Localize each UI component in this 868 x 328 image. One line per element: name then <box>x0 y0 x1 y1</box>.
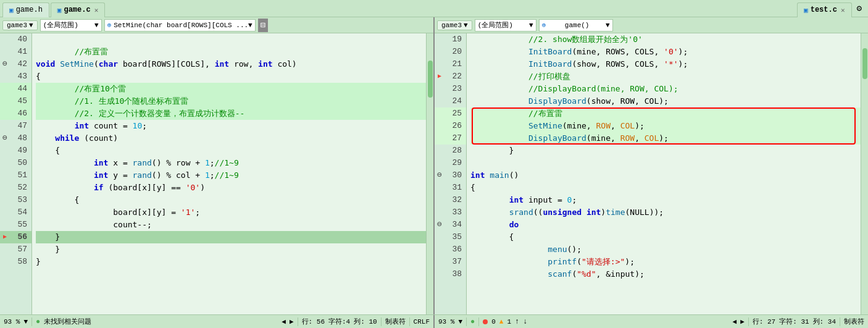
right-status-bar: 93 % ▼ ● 0 ▲ 1 ↑ ↓ ◀ ▶ 行: 27 字符: 31 列: 3… <box>435 315 868 328</box>
code-line-48: while (count) <box>36 132 426 145</box>
right-func-icon: ⊕ <box>542 21 546 29</box>
tab-test-c-close[interactable]: ✕ <box>841 6 845 14</box>
line-num-45: 45 <box>0 95 31 107</box>
right-line-numbers: 19 20 21 ▶ 22 <box>435 33 467 314</box>
right-scope-chevron: ▼ <box>464 22 468 29</box>
right-global-dropdown[interactable]: (全局范围) ▼ <box>475 19 536 32</box>
code-line-43: { <box>36 70 426 83</box>
tab-test-c-label: test.c <box>811 6 837 14</box>
right-func-label: game() <box>565 22 590 29</box>
line-num-58: 58 <box>0 256 31 268</box>
right-scrollbar[interactable] <box>861 33 868 314</box>
r-code-line-24: DisplayBoard(show, ROW, COL); <box>470 95 861 107</box>
right-global-label: (全局范围) <box>478 20 513 30</box>
left-scope-btn[interactable]: game3 ▼ <box>2 20 38 30</box>
left-global-dropdown[interactable]: (全局范围) ▼ <box>40 19 102 32</box>
code-line-49: { <box>36 145 426 157</box>
left-nav-right[interactable]: ▶ <box>290 317 294 326</box>
r-code-line-21: InitBoard(show, ROWS, COLS, '*'); <box>470 58 861 70</box>
line-num-47: 47 <box>0 120 31 132</box>
line-num-40: 40 <box>0 33 31 46</box>
right-line-ending: 制表符 <box>844 317 864 326</box>
error-dot <box>483 319 488 324</box>
left-zoom[interactable]: 93 % <box>4 318 20 326</box>
warning-count: 1 <box>507 318 511 326</box>
left-col-label: 字符:4 <box>328 317 350 326</box>
line-num-51: 51 <box>0 169 31 182</box>
r-code-line-32: int input = 0; <box>470 194 861 206</box>
r-code-line-19: //2. show数组最开始全为'0' <box>470 33 861 46</box>
r-code-line-20: InitBoard(mine, ROWS, COLS, '0'); <box>470 46 861 58</box>
code-line-51: int y = rand() % col + 1;//1~9 <box>36 169 426 182</box>
right-row: 行: 27 <box>753 317 775 326</box>
tab-game-c-icon: ▣ <box>57 6 62 14</box>
tab-game-h-icon: ▣ <box>9 6 14 14</box>
right-code-area: 19 20 21 ▶ 22 <box>435 33 868 314</box>
right-zoom-chevron[interactable]: ▼ <box>458 318 462 326</box>
tab-game-c[interactable]: ▣ game.c ✕ <box>51 2 105 17</box>
tab-game-h-label: game.h <box>16 6 43 14</box>
up-arrow-btn[interactable]: ↑ <box>515 317 519 326</box>
code-line-53: { <box>36 194 426 206</box>
code-line-46: //2. 定义一个计数器变量，布置成功计数器-- <box>36 107 426 120</box>
right-code-lines[interactable]: //2. show数组最开始全为'0' InitBoard(mine, ROWS… <box>467 33 861 314</box>
left-toolbar: game3 ▼ (全局范围) ▼ ⊕ SetMine(char board[RO… <box>0 17 433 33</box>
code-line-56: } <box>36 231 426 243</box>
line-num-55: 55 <box>0 219 31 231</box>
r-code-line-28: } <box>470 145 861 157</box>
code-line-50: int x = rand() % row + 1;//1~9 <box>36 157 426 169</box>
tab-test-c[interactable]: ▣ test.c ✕ <box>797 2 851 17</box>
warning-icon: ▲ <box>499 318 504 326</box>
tab-test-c-icon: ▣ <box>804 6 808 14</box>
code-line-41: //布置雷 <box>36 46 426 58</box>
r-code-line-34: do <box>470 219 861 231</box>
line-num-54: 54 <box>0 206 31 219</box>
r-code-line-36: menu(); <box>470 243 861 256</box>
left-col-num: 列: 10 <box>354 317 377 326</box>
right-func-dropdown[interactable]: ⊕ game() ▼ <box>539 19 613 32</box>
right-zoom[interactable]: 93 % <box>438 318 454 326</box>
right-scope-btn-label: game3 <box>441 22 462 29</box>
left-code-lines[interactable]: //布置雷 void SetMine(char board[ROWS][COLS… <box>32 33 426 314</box>
left-nav-left[interactable]: ◀ <box>282 317 286 326</box>
left-scrollbar[interactable] <box>426 33 433 314</box>
code-line-57: } <box>36 243 426 256</box>
left-zoom-chevron[interactable]: ▼ <box>23 318 28 326</box>
tab-bar: ▣ game.h ▣ game.c ✕ ▣ test.c ✕ ⚙ <box>0 0 868 17</box>
right-toolbar: game3 ▼ (全局范围) ▼ ⊕ game() ▼ <box>435 17 868 33</box>
left-tabs: ▣ game.h ▣ game.c ✕ <box>2 0 106 17</box>
right-scope-btn[interactable]: game3 ▼ <box>437 20 472 30</box>
right-status-dot: ● <box>470 317 475 326</box>
settings-icon[interactable]: ⚙ <box>853 3 866 14</box>
left-line-ending: 制表符 <box>385 317 406 326</box>
line-num-46: 46 <box>0 107 31 120</box>
right-col-label: 字符: 31 <box>779 317 809 326</box>
left-status-dot: ● <box>36 317 40 326</box>
line-num-52: 52 <box>0 182 31 194</box>
code-line-58: } <box>36 256 426 268</box>
down-arrow-btn[interactable]: ↓ <box>523 317 527 326</box>
tab-game-c-close[interactable]: ✕ <box>94 6 99 14</box>
right-editor-pane: game3 ▼ (全局范围) ▼ ⊕ game() ▼ <box>435 17 868 314</box>
tab-game-h[interactable]: ▣ game.h <box>2 2 49 17</box>
left-global-chevron: ▼ <box>94 22 99 29</box>
r-code-lines-25-27-wrapper: //布置雷 SetMine(mine, ROW, COL); DisplayBo… <box>470 107 861 145</box>
split-button[interactable]: ⊟ <box>258 19 268 32</box>
tab-game-c-label: game.c <box>64 6 90 14</box>
code-line-42: void SetMine(char board[ROWS][COLS], int… <box>36 58 426 70</box>
editors-row: game3 ▼ (全局范围) ▼ ⊕ SetMine(char board[RO… <box>0 17 868 314</box>
left-line-numbers: 40 41 ⊖ 42 43 <box>0 33 32 314</box>
line-num-41: 41 <box>0 46 31 58</box>
r-code-line-38: scanf("%d", &input); <box>470 268 861 280</box>
left-func-dropdown[interactable]: ⊕ SetMine(char board[ROWS][COLS ... ▼ <box>104 19 256 32</box>
left-global-label: (全局范围) <box>43 20 78 30</box>
code-line-54: board[x][y] = '1'; <box>36 206 426 219</box>
left-func-chevron: ▼ <box>248 22 252 29</box>
right-nav-left[interactable]: ◀ <box>733 317 737 326</box>
r-code-line-22: //打印棋盘 <box>470 70 861 83</box>
line-num-53: 53 <box>0 194 31 206</box>
right-nav-right[interactable]: ▶ <box>740 317 745 326</box>
code-line-55: count--; <box>36 219 426 231</box>
right-tabs: ▣ test.c ✕ <box>797 0 853 17</box>
right-col-num: 列: 34 <box>813 317 836 326</box>
